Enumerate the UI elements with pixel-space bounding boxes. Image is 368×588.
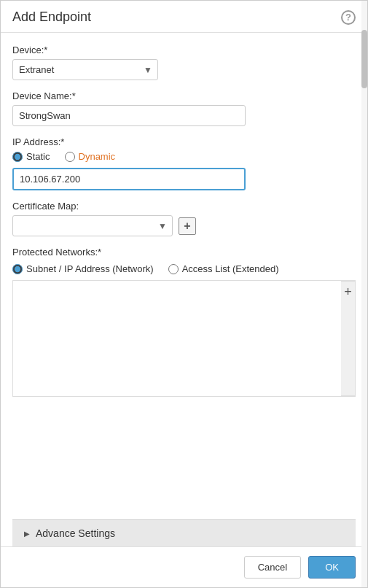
ip-address-input[interactable]	[12, 168, 246, 190]
static-label: Static	[26, 151, 50, 162]
dialog-body: Device:* Extranet ▼ Device Name:* IP Add…	[1, 33, 367, 546]
static-radio-option[interactable]: Static	[12, 151, 50, 162]
static-radio[interactable]	[12, 152, 23, 162]
cert-add-button[interactable]: +	[179, 217, 196, 235]
device-name-group: Device Name:*	[12, 90, 356, 126]
dialog-footer: Cancel OK	[1, 546, 367, 587]
help-icon[interactable]: ?	[341, 10, 356, 25]
scrollbar-thumb[interactable]	[361, 30, 367, 88]
protected-radio-group: Subnet / IP Address (Network) Access Lis…	[12, 263, 356, 274]
ip-radio-group: Static Dynamic	[12, 151, 356, 162]
cert-select-wrapper: ▼	[12, 215, 173, 236]
device-group: Device:* Extranet ▼	[12, 45, 356, 80]
advance-triangle-icon: ▶	[24, 530, 30, 538]
ip-address-label: IP Address:*	[12, 136, 356, 147]
dynamic-radio[interactable]	[65, 152, 75, 162]
cancel-button[interactable]: Cancel	[244, 556, 301, 579]
cert-map-select[interactable]	[12, 215, 173, 236]
device-select-wrapper: Extranet ▼	[12, 59, 158, 80]
dynamic-radio-option[interactable]: Dynamic	[65, 151, 116, 162]
dialog-title: Add Endpoint	[12, 9, 91, 25]
scrollbar-track	[361, 1, 367, 587]
advance-settings-label: Advance Settings	[36, 527, 115, 539]
device-select[interactable]: Extranet	[12, 59, 158, 80]
certificate-map-label: Certificate Map:	[12, 201, 356, 212]
protected-networks-label: Protected Networks:*	[12, 247, 356, 258]
ok-button[interactable]: OK	[308, 556, 356, 579]
dialog-header: Add Endpoint ?	[1, 1, 367, 33]
subnet-radio-option[interactable]: Subnet / IP Address (Network)	[12, 263, 154, 274]
cert-map-row: ▼ +	[12, 215, 356, 236]
certificate-map-group: Certificate Map: ▼ +	[12, 201, 356, 236]
network-table-container: +	[12, 280, 356, 397]
access-list-radio[interactable]	[168, 264, 179, 274]
device-label: Device:*	[12, 45, 356, 55]
add-endpoint-dialog: Add Endpoint ? Device:* Extranet ▼ Devic…	[0, 0, 368, 588]
protected-networks-group: Protected Networks:* Subnet / IP Address…	[12, 247, 356, 397]
device-name-input[interactable]	[12, 105, 246, 126]
access-list-radio-option[interactable]: Access List (Extended)	[168, 263, 279, 274]
ip-address-group: IP Address:* Static Dynamic	[12, 136, 356, 190]
dynamic-label: Dynamic	[79, 151, 116, 162]
subnet-label: Subnet / IP Address (Network)	[26, 263, 154, 274]
subnet-radio[interactable]	[12, 264, 23, 274]
advance-settings-section[interactable]: ▶ Advance Settings	[12, 519, 356, 546]
device-name-label: Device Name:*	[12, 90, 356, 101]
access-list-label: Access List (Extended)	[182, 263, 279, 274]
add-row-button[interactable]: +	[341, 281, 356, 396]
